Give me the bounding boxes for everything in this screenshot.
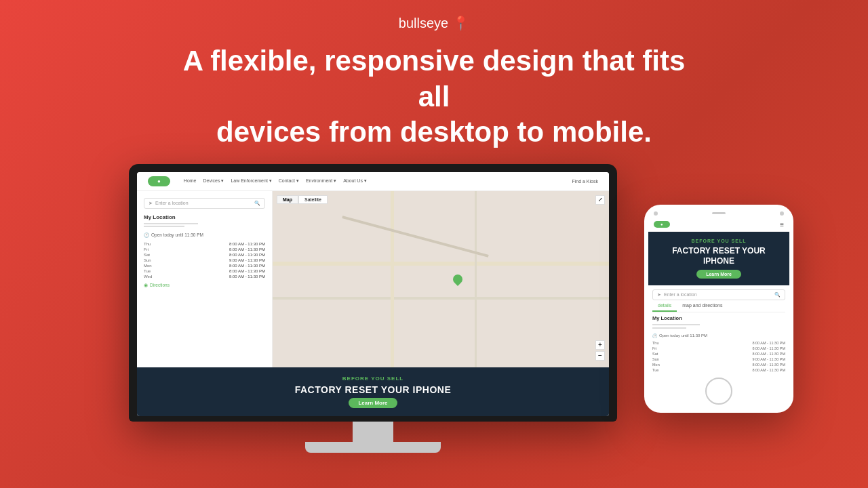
phone-hours-table: Thu8:00 AM - 11:30 PM Fri8:00 AM - 11:30… [648, 341, 789, 372]
map-toolbar: Map Satellite [277, 195, 328, 204]
headline: A flexible, responsive design that fits … [170, 43, 698, 150]
logo-pin-icon: 📍 [452, 15, 469, 31]
nav-link-home[interactable]: Home [184, 178, 197, 184]
phone-home-area [648, 373, 789, 406]
map-road-diagonal [342, 216, 489, 258]
map-controls: + − [595, 340, 605, 361]
directions-link[interactable]: ◉ Directions [144, 283, 265, 288]
phone-banner: BEFORE YOU SELL FACTORY RESET YOUR IPHON… [648, 232, 789, 285]
phone-open-info: 🕐 Open today until 11:30 PM [648, 331, 789, 341]
phone-loc-line1 [652, 324, 700, 325]
table-row: Sat8:00 AM - 11:30 PM [652, 352, 785, 356]
phone-clock-icon: 🕐 [652, 333, 657, 338]
phone-camera [654, 211, 658, 216]
table-row: Tue8:00 AM - 11:30 PM [144, 269, 265, 273]
phone-nav: ● ≡ [648, 218, 789, 232]
hours-table: Thu8:00 AM - 11:30 PM Fri8:00 AM - 11:30… [144, 242, 265, 279]
phone-banner-before-text: BEFORE YOU SELL [692, 239, 747, 243]
monitor-base [305, 442, 441, 453]
phone-open-text: Open today until 11:30 PM [659, 333, 707, 338]
banner-main-text: FACTORY RESET YOUR IPHONE [295, 384, 452, 395]
phone-frame: ● ≡ BEFORE YOU SELL FACTORY RESET YOUR I… [644, 205, 793, 413]
phone-camera2 [780, 211, 784, 216]
table-row: Fri8:00 AM - 11:30 PM [144, 247, 265, 251]
phone-top-bar [648, 211, 789, 216]
banner-before-text: BEFORE YOU SELL [342, 375, 403, 382]
location-arrow-icon: ➤ [149, 201, 153, 206]
map-road [475, 191, 477, 367]
desktop-nav-links: Home Devices ▾ Law Enforcement ▾ Contact… [184, 178, 367, 184]
phone-screen: ● ≡ BEFORE YOU SELL FACTORY RESET YOUR I… [648, 218, 789, 373]
phone-search-placeholder: Enter a location [664, 292, 697, 297]
phone-search-bar[interactable]: ➤ Enter a location 🔍 [652, 289, 785, 300]
table-row: Sun9:00 AM - 11:30 PM [652, 357, 785, 361]
monitor-frame: ● Home Devices ▾ Law Enforcement ▾ Conta… [129, 164, 617, 422]
map-pin-icon [451, 272, 465, 286]
clock-icon: 🕐 [144, 232, 149, 238]
phone-speaker [712, 212, 726, 214]
phone-search-magnify-icon: 🔍 [774, 292, 781, 298]
satellite-tab-button[interactable]: Satellite [298, 195, 328, 204]
mobile-phone: ● ≡ BEFORE YOU SELL FACTORY RESET YOUR I… [644, 205, 793, 413]
phone-menu-icon[interactable]: ≡ [780, 221, 784, 228]
desktop-search-bar[interactable]: ➤ Enter a location 🔍 [144, 198, 265, 209]
desktop-map: Map Satellite ⤢ + − [273, 191, 609, 367]
nav-link-law[interactable]: Law Enforcement ▾ [231, 178, 271, 184]
phone-nav-logo: ● [654, 221, 670, 228]
desktop-monitor: ● Home Devices ▾ Law Enforcement ▾ Conta… [129, 164, 617, 453]
desktop-screen-body: ➤ Enter a location 🔍 My Location 🕐 Open … [137, 191, 609, 367]
phone-location-lines [648, 324, 789, 329]
location-line1 [144, 223, 198, 224]
table-row: Sat8:00 AM - 11:30 PM [144, 253, 265, 257]
monitor-screen: ● Home Devices ▾ Law Enforcement ▾ Conta… [137, 172, 609, 416]
monitor-neck [353, 422, 393, 442]
phone-loc-line2 [652, 327, 686, 329]
desktop-nav-logo: ● [148, 176, 170, 186]
map-road [273, 262, 609, 266]
logo-area: bullseye 📍 [399, 15, 469, 31]
phone-banner-line1: FACTORY RESET YOUR [672, 246, 766, 256]
phone-home-button[interactable] [705, 378, 732, 405]
table-row: Fri8:00 AM - 11:30 PM [652, 346, 785, 350]
banner-learn-more-button[interactable]: Learn More [349, 398, 397, 408]
header: bullseye 📍 A flexible, responsive design… [0, 0, 868, 150]
table-row: Sun9:00 AM - 11:30 PM [144, 258, 265, 262]
headline-line2: devices from desktop to mobile. [216, 116, 652, 148]
phone-location-heading: My Location [648, 312, 789, 324]
nav-link-contact[interactable]: Contact ▾ [279, 178, 299, 184]
table-row: Thu8:00 AM - 11:30 PM [652, 341, 785, 345]
nav-find-kiosk[interactable]: Find a Kiosk [572, 179, 598, 184]
open-info: 🕐 Open today until 11:30 PM [144, 232, 265, 238]
location-heading: My Location [144, 214, 265, 220]
devices-container: ● Home Devices ▾ Law Enforcement ▾ Conta… [61, 164, 807, 489]
phone-tab-map[interactable]: map and directions [677, 300, 728, 312]
table-row: Wed8:00 AM - 11:30 PM [144, 274, 265, 279]
phone-location-arrow-icon: ➤ [657, 292, 661, 298]
search-placeholder-text: Enter a location [155, 201, 189, 205]
map-road [391, 191, 394, 367]
nav-link-env[interactable]: Environment ▾ [306, 178, 336, 184]
location-line2 [144, 226, 184, 227]
directions-text: Directions [150, 283, 170, 287]
nav-link-about[interactable]: About Us ▾ [343, 178, 367, 184]
phone-tab-details[interactable]: details [652, 300, 677, 312]
phone-banner-button[interactable]: Learn More [696, 270, 741, 279]
map-zoom-out-button[interactable]: − [595, 351, 605, 361]
table-row: Tue8:00 AM - 11:30 PM [652, 368, 785, 372]
nav-link-devices[interactable]: Devices ▾ [203, 178, 224, 184]
desktop-nav: ● Home Devices ▾ Law Enforcement ▾ Conta… [137, 172, 609, 191]
headline-line1: A flexible, responsive design that fits … [183, 45, 686, 113]
table-row: Thu8:00 AM - 11:30 PM [144, 242, 265, 246]
map-tab-button[interactable]: Map [277, 195, 298, 204]
brand-name: bullseye [399, 16, 448, 31]
search-magnify-icon: 🔍 [254, 201, 260, 206]
directions-arrow-icon: ◉ [144, 283, 148, 288]
desktop-sidebar: ➤ Enter a location 🔍 My Location 🕐 Open … [137, 191, 273, 367]
map-road [273, 297, 609, 300]
table-row: Mon8:00 AM - 11:30 PM [652, 363, 785, 367]
monitor-stand [129, 422, 617, 453]
map-expand-button[interactable]: ⤢ [595, 195, 605, 205]
table-row: Mon8:00 AM - 11:30 PM [144, 264, 265, 268]
map-zoom-in-button[interactable]: + [595, 340, 605, 350]
phone-tabs: details map and directions [652, 300, 785, 312]
